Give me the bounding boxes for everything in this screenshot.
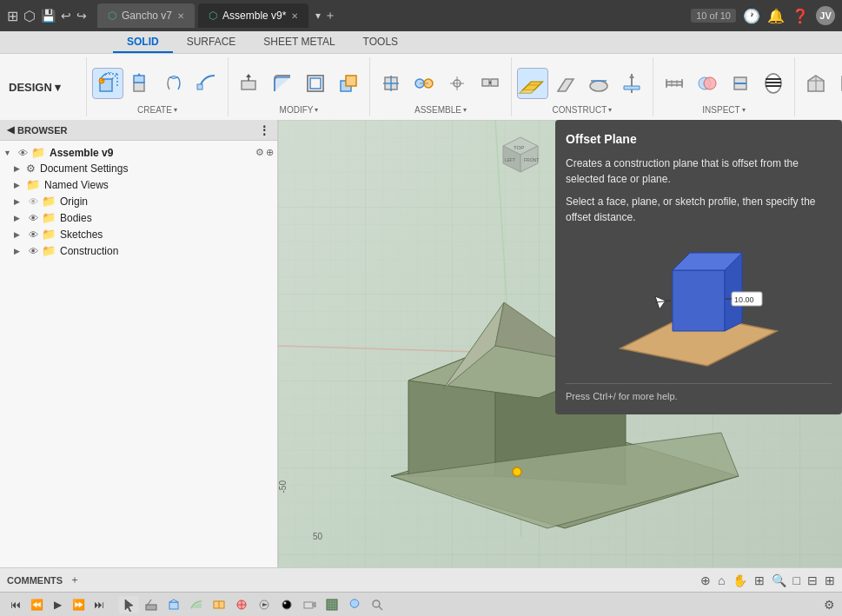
step-back-icon[interactable]: ⏪: [28, 599, 45, 611]
sweep-icon[interactable]: [191, 68, 222, 99]
bodies-eye-icon[interactable]: 👁: [26, 213, 40, 223]
step-to-end-icon[interactable]: ⏭: [90, 599, 108, 611]
svg-text:TOP: TOP: [514, 145, 524, 150]
interference-icon[interactable]: [692, 68, 723, 99]
render-icon[interactable]: [276, 596, 297, 613]
svg-rect-16: [310, 78, 321, 89]
user-avatar[interactable]: JV: [816, 6, 835, 25]
create-label[interactable]: CREATE ▾: [137, 105, 177, 116]
surface-mode-icon[interactable]: [186, 596, 207, 613]
step-forward-icon[interactable]: ⏩: [70, 599, 87, 611]
browser-item-doc-settings[interactable]: ▶ ⚙ Document Settings: [0, 161, 277, 176]
plane-at-angle-icon[interactable]: [550, 68, 581, 99]
history-icon[interactable]: 🕐: [743, 8, 760, 24]
tab-sheet-metal[interactable]: SHEET METAL: [249, 32, 348, 53]
browser-item-bodies[interactable]: ▶ 👁 📁 Bodies: [0, 209, 277, 226]
nav-cube[interactable]: TOP LEFT FRONT: [494, 129, 547, 181]
expand-comments-icon[interactable]: ＋: [70, 573, 80, 587]
solid-mode-icon[interactable]: [163, 596, 184, 613]
select-mode-icon[interactable]: [118, 596, 139, 613]
construct-label[interactable]: CONSTRUCT ▾: [553, 105, 613, 116]
root-more[interactable]: ⊕: [266, 147, 274, 158]
axis-through-icon[interactable]: [616, 68, 647, 99]
revolve-icon[interactable]: [158, 68, 189, 99]
offset-plane-icon[interactable]: [517, 68, 548, 99]
browser-item-origin[interactable]: ▶ 👁 📁 Origin: [0, 193, 277, 209]
tab-dropdown-icon[interactable]: ▾: [315, 10, 321, 22]
help-icon[interactable]: ❓: [792, 8, 809, 24]
browser-menu-icon[interactable]: ⋮: [258, 123, 270, 137]
fillet-icon[interactable]: [267, 68, 298, 99]
shell-icon[interactable]: [300, 68, 331, 99]
viewport[interactable]: TOP LEFT FRONT -50 50 Offset Plane Creat…: [278, 120, 842, 567]
zebra-icon[interactable]: [758, 68, 789, 99]
origin-eye-icon[interactable]: 👁: [26, 196, 40, 207]
named-views-label: Named Views: [44, 179, 109, 191]
tab-gancho-close[interactable]: ✕: [177, 11, 184, 21]
modify-label[interactable]: MODIFY ▾: [280, 105, 319, 116]
tab-solid[interactable]: SOLID: [113, 32, 173, 53]
zoom-icon[interactable]: 🔍: [772, 573, 786, 587]
transform-icon[interactable]: ⊕: [700, 573, 711, 587]
section-analysis-icon[interactable]: [725, 68, 756, 99]
extrude-icon[interactable]: [125, 68, 156, 99]
playbar-settings-icon[interactable]: ⚙: [824, 598, 835, 612]
new-tab-icon[interactable]: ＋: [324, 8, 336, 23]
create-body-icon[interactable]: [92, 68, 123, 99]
app-grid-icon[interactable]: ⊞: [7, 8, 18, 24]
undo-icon[interactable]: ↩: [61, 9, 71, 23]
combine-icon[interactable]: [333, 68, 364, 99]
tab-tools[interactable]: TOOLS: [349, 32, 412, 53]
tooltip-title: Offset Plane: [566, 130, 832, 149]
design-dropdown[interactable]: DESIGN ▾: [0, 57, 87, 116]
browser-collapse-icon[interactable]: ◀: [7, 124, 14, 136]
animation-icon[interactable]: [254, 596, 275, 613]
home-icon[interactable]: ⌂: [718, 573, 725, 587]
browser-item-sketches[interactable]: ▶ 👁 📁 Sketches: [0, 226, 277, 242]
browser-item-construction[interactable]: ▶ 👁 📁 Construction: [0, 242, 277, 259]
simulation-icon[interactable]: [231, 596, 252, 613]
new-component-icon[interactable]: [375, 68, 407, 99]
press-pull-icon[interactable]: [234, 68, 265, 99]
assemble-label[interactable]: ASSEMBLE ▾: [414, 105, 467, 116]
save-icon[interactable]: 💾: [41, 9, 56, 23]
play-pause-icon[interactable]: ▶: [49, 599, 66, 611]
root-eye-icon[interactable]: 👁: [16, 148, 30, 158]
pcb-icon[interactable]: [322, 596, 342, 613]
create-chevron: ▾: [174, 106, 177, 114]
rigid-group-icon[interactable]: [474, 68, 506, 99]
tooltip-description: Creates a construction plane that is off…: [566, 156, 832, 187]
generative-design-icon[interactable]: [344, 596, 365, 613]
root-settings[interactable]: ⚙: [255, 147, 264, 158]
redo-icon[interactable]: ↪: [76, 9, 87, 23]
layout-icon[interactable]: ⊞: [825, 573, 835, 587]
insert-mesh-icon[interactable]: [800, 68, 832, 99]
construction-eye-icon[interactable]: 👁: [26, 246, 40, 256]
measure-icon[interactable]: [659, 68, 690, 99]
design-label: DESIGN ▾: [9, 81, 61, 94]
step-to-start-icon[interactable]: ⏮: [7, 599, 24, 611]
sheet-metal-mode-icon[interactable]: [209, 596, 229, 613]
hand-icon[interactable]: ✋: [733, 573, 747, 587]
sketch-mode-icon[interactable]: [141, 596, 162, 613]
grid-icon[interactable]: ⊟: [807, 573, 818, 587]
sketches-eye-icon[interactable]: 👁: [26, 229, 40, 240]
tab-surface[interactable]: SURFACE: [173, 32, 250, 53]
browser-root-item[interactable]: ▼ 👁 📁 Assemble v9 ⚙ ⊕: [0, 144, 277, 161]
browser-item-named-views[interactable]: ▶ 📁 Named Views: [0, 176, 277, 193]
insert-svg-icon[interactable]: SVG: [833, 68, 842, 99]
tab-gancho[interactable]: ⬡ Gancho v7 ✕: [97, 3, 195, 28]
notification-icon[interactable]: 🔔: [767, 8, 785, 24]
root-label: Assemble v9: [50, 147, 113, 159]
inspect-workspace-icon[interactable]: [367, 596, 388, 613]
joint-icon[interactable]: [408, 68, 440, 99]
inspect-label[interactable]: INSPECT ▾: [702, 105, 745, 116]
tangent-plane-icon[interactable]: [583, 68, 614, 99]
svg-marker-39: [629, 74, 634, 78]
joint-origin-icon[interactable]: [441, 68, 473, 99]
display-settings-icon[interactable]: □: [793, 573, 800, 587]
tab-assemble-close[interactable]: ✕: [291, 11, 298, 21]
tab-assemble[interactable]: ⬡ Assemble v9* ✕: [198, 3, 308, 28]
zoom-extents-icon[interactable]: ⊞: [754, 573, 765, 587]
cam-icon[interactable]: [299, 596, 320, 613]
